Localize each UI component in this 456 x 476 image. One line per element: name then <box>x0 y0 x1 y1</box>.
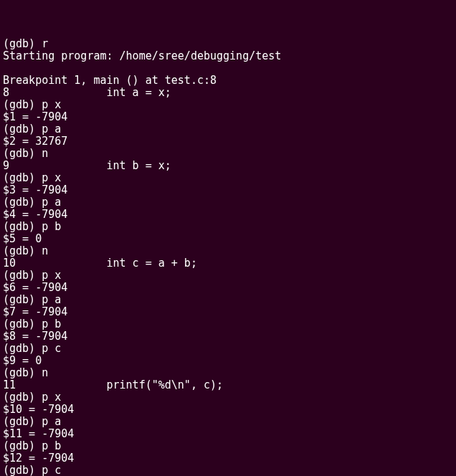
terminal-line: Breakpoint 1, main () at test.c:8 <box>3 75 453 87</box>
terminal-line: $3 = -7904 <box>3 184 453 196</box>
terminal-line: (gdb) p a <box>3 196 453 209</box>
terminal-line: $4 = -7904 <box>3 209 453 221</box>
terminal-line: (gdb) n <box>3 148 453 160</box>
terminal-line: (gdb) p b <box>3 221 453 233</box>
terminal-line: (gdb) p a <box>3 416 453 428</box>
terminal-line: $1 = -7904 <box>3 111 453 123</box>
terminal-line: 8 int a = x; <box>3 87 453 99</box>
terminal-line: (gdb) r <box>3 38 453 50</box>
terminal-line: (gdb) p x <box>3 391 453 404</box>
terminal-line: $2 = 32767 <box>3 135 453 148</box>
terminal-line <box>3 62 453 75</box>
terminal-line: $7 = -7904 <box>3 306 453 318</box>
terminal-line: Starting program: /home/sree/debugging/t… <box>3 50 453 62</box>
terminal-line: (gdb) p a <box>3 123 453 135</box>
terminal-line: $8 = -7904 <box>3 330 453 343</box>
terminal-line: 9 int b = x; <box>3 160 453 172</box>
terminal-line: $10 = -7904 <box>3 404 453 416</box>
terminal-line: (gdb) p a <box>3 294 453 306</box>
terminal-line: (gdb) p c <box>3 465 453 476</box>
terminal-line: (gdb) n <box>3 367 453 379</box>
terminal-line: (gdb) p x <box>3 270 453 282</box>
terminal-line: $12 = -7904 <box>3 452 453 465</box>
terminal-line: $5 = 0 <box>3 233 453 245</box>
terminal-line: (gdb) p x <box>3 172 453 184</box>
terminal-line: (gdb) p b <box>3 440 453 452</box>
terminal-line: (gdb) n <box>3 245 453 257</box>
gdb-terminal-output[interactable]: (gdb) rStarting program: /home/sree/debu… <box>3 38 453 476</box>
terminal-line: $6 = -7904 <box>3 282 453 294</box>
terminal-line: 10 int c = a + b; <box>3 257 453 270</box>
terminal-line: $9 = 0 <box>3 355 453 367</box>
terminal-line: (gdb) p x <box>3 99 453 111</box>
terminal-line: (gdb) p c <box>3 343 453 355</box>
terminal-line: (gdb) p b <box>3 318 453 330</box>
terminal-line: $11 = -7904 <box>3 428 453 440</box>
terminal-line: 11 printf("%d\n", c); <box>3 379 453 391</box>
